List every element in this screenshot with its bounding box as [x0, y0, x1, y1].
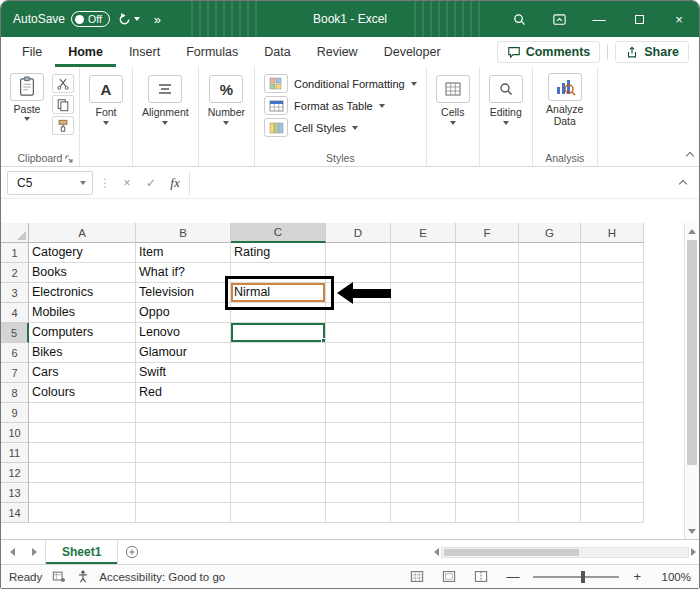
cell-f3[interactable]	[456, 283, 519, 303]
cell-b3[interactable]: Television	[136, 283, 231, 303]
cancel-entry-button[interactable]: ×	[117, 176, 137, 190]
row-header-6[interactable]: 6	[1, 343, 29, 363]
cell-g8[interactable]	[519, 383, 581, 403]
editing-group-button[interactable]: Editing	[480, 67, 533, 166]
cell-a8[interactable]: Colours	[29, 383, 136, 403]
select-all-button[interactable]	[1, 223, 29, 243]
vertical-scroll-track[interactable]	[685, 239, 699, 523]
cell-f9[interactable]	[456, 403, 519, 423]
view-page-break-button[interactable]	[470, 568, 492, 585]
maximize-button[interactable]	[619, 1, 659, 37]
cell-b7[interactable]: Swift	[136, 363, 231, 383]
cell-h13[interactable]	[581, 483, 644, 503]
cell-g5[interactable]	[519, 323, 581, 343]
enter-entry-button[interactable]: ✓	[141, 176, 161, 190]
font-group-button[interactable]: A Font	[80, 67, 133, 166]
cell-a13[interactable]	[29, 483, 136, 503]
cell-h14[interactable]	[581, 503, 644, 523]
row-header-12[interactable]: 12	[1, 463, 29, 483]
zoom-level[interactable]: 100%	[655, 571, 691, 583]
cell-c5[interactable]	[231, 323, 326, 343]
copy-button[interactable]	[52, 95, 74, 114]
cell-f12[interactable]	[456, 463, 519, 483]
row-header-1[interactable]: 1	[1, 243, 29, 263]
column-header-h[interactable]: H	[581, 223, 644, 243]
cell-c3[interactable]: Nirmal	[231, 283, 326, 303]
cell-a7[interactable]: Cars	[29, 363, 136, 383]
sheet-nav-right-button[interactable]	[23, 540, 45, 564]
format-painter-button[interactable]	[52, 116, 74, 135]
minimize-button[interactable]: —	[579, 1, 619, 37]
cell-d10[interactable]	[326, 423, 391, 443]
cell-b8[interactable]: Red	[136, 383, 231, 403]
cell-a2[interactable]: Books	[29, 263, 136, 283]
undo-button[interactable]	[110, 8, 147, 31]
cell-g7[interactable]	[519, 363, 581, 383]
cell-c12[interactable]	[231, 463, 326, 483]
paste-button[interactable]: Paste	[6, 72, 48, 151]
cell-h2[interactable]	[581, 263, 644, 283]
cell-d11[interactable]	[326, 443, 391, 463]
cell-f8[interactable]	[456, 383, 519, 403]
row-header-10[interactable]: 10	[1, 423, 29, 443]
cell-e6[interactable]	[391, 343, 456, 363]
cell-b6[interactable]: Glamour	[136, 343, 231, 363]
cell-h1[interactable]	[581, 243, 644, 263]
column-header-c[interactable]: C	[231, 223, 326, 243]
cell-a6[interactable]: Bikes	[29, 343, 136, 363]
cell-d14[interactable]	[326, 503, 391, 523]
tab-data[interactable]: Data	[251, 37, 303, 67]
cell-b10[interactable]	[136, 423, 231, 443]
macro-record-button[interactable]	[52, 570, 66, 583]
cell-c6[interactable]	[231, 343, 326, 363]
number-group-button[interactable]: % Number	[199, 67, 255, 166]
cell-e9[interactable]	[391, 403, 456, 423]
row-header-14[interactable]: 14	[1, 503, 29, 523]
cell-e2[interactable]	[391, 263, 456, 283]
cell-e12[interactable]	[391, 463, 456, 483]
cut-button[interactable]	[52, 74, 74, 93]
cell-b12[interactable]	[136, 463, 231, 483]
cell-d6[interactable]	[326, 343, 391, 363]
cell-d9[interactable]	[326, 403, 391, 423]
row-header-7[interactable]: 7	[1, 363, 29, 383]
row-header-11[interactable]: 11	[1, 443, 29, 463]
cell-h10[interactable]	[581, 423, 644, 443]
tab-home[interactable]: Home	[55, 37, 116, 67]
cell-e5[interactable]	[391, 323, 456, 343]
cell-c14[interactable]	[231, 503, 326, 523]
cell-a14[interactable]	[29, 503, 136, 523]
tab-insert[interactable]: Insert	[116, 37, 173, 67]
name-box[interactable]: C5	[7, 171, 93, 195]
cell-h9[interactable]	[581, 403, 644, 423]
vertical-scroll-thumb[interactable]	[687, 240, 697, 465]
cell-b11[interactable]	[136, 443, 231, 463]
cell-f13[interactable]	[456, 483, 519, 503]
column-header-a[interactable]: A	[29, 223, 136, 243]
cell-e13[interactable]	[391, 483, 456, 503]
cell-e7[interactable]	[391, 363, 456, 383]
cell-c8[interactable]	[231, 383, 326, 403]
conditional-formatting-button[interactable]: Conditional Formatting	[264, 74, 417, 93]
row-header-13[interactable]: 13	[1, 483, 29, 503]
row-header-9[interactable]: 9	[1, 403, 29, 423]
cell-h12[interactable]	[581, 463, 644, 483]
cell-c11[interactable]	[231, 443, 326, 463]
cell-d7[interactable]	[326, 363, 391, 383]
cell-h11[interactable]	[581, 443, 644, 463]
cell-d1[interactable]	[326, 243, 391, 263]
row-header-4[interactable]: 4	[1, 303, 29, 323]
cell-g2[interactable]	[519, 263, 581, 283]
tab-review[interactable]: Review	[304, 37, 371, 67]
view-normal-button[interactable]	[406, 568, 428, 585]
cell-f1[interactable]	[456, 243, 519, 263]
cell-b14[interactable]	[136, 503, 231, 523]
cell-b5[interactable]: Lenovo	[136, 323, 231, 343]
cell-g12[interactable]	[519, 463, 581, 483]
cell-e11[interactable]	[391, 443, 456, 463]
cell-f2[interactable]	[456, 263, 519, 283]
zoom-slider-thumb[interactable]	[581, 571, 585, 583]
comments-button[interactable]: Comments	[497, 41, 601, 63]
alignment-group-button[interactable]: Alignment	[133, 67, 199, 166]
cell-d8[interactable]	[326, 383, 391, 403]
